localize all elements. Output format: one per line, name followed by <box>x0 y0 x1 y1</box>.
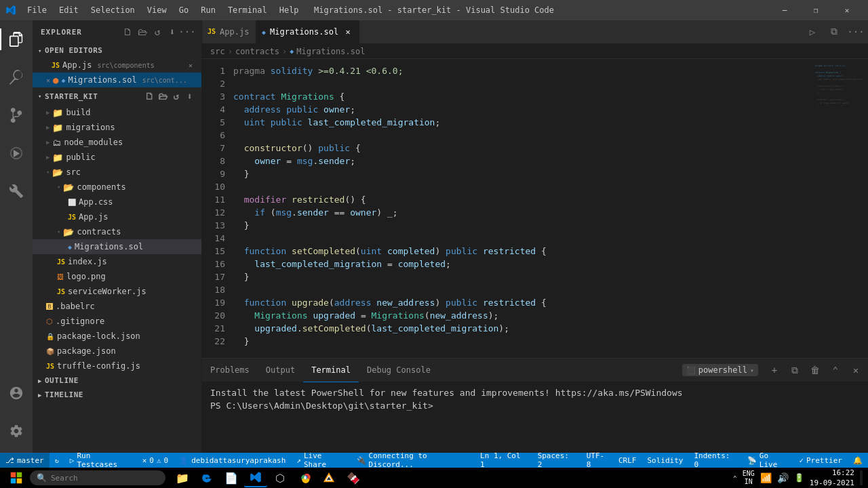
status-indents[interactable]: Indents: 0 <box>688 453 741 468</box>
new-folder-button[interactable]: 🗁 <box>136 26 149 38</box>
tree-contracts[interactable]: ▾ 📂 contracts <box>33 224 201 239</box>
breadcrumb-file[interactable]: Migrations.sol <box>296 47 365 56</box>
tree-src[interactable]: ▾ 📂 src <box>33 165 201 180</box>
activity-settings[interactable] <box>0 415 33 447</box>
menu-run[interactable]: Run <box>195 3 221 18</box>
tab-migrations[interactable]: ◆ Migrations.sol ✕ <box>256 20 359 43</box>
taskbar-git[interactable]: ⬡ <box>269 468 292 487</box>
close-panel-button[interactable]: ✕ <box>846 361 865 380</box>
status-language[interactable]: Solidity <box>642 453 688 468</box>
new-file-button[interactable]: 🗋 <box>121 26 134 38</box>
search-bar[interactable]: 🔍 Search <box>30 470 165 485</box>
split-editor-button[interactable]: ⧉ <box>825 22 844 41</box>
status-errors[interactable]: ✕ 0 ⚠ 0 <box>137 453 174 468</box>
taskbar-vscode[interactable] <box>244 468 267 487</box>
activity-search[interactable] <box>0 61 33 94</box>
code-editor[interactable]: 12345 678910 1112131415 1617181920 2122 … <box>202 59 868 358</box>
taskbar-files[interactable]: 📁 <box>171 468 194 487</box>
tree-migrations-sol[interactable]: ◆ Migrations.sol <box>33 239 201 254</box>
tree-package-lock[interactable]: 🔒 package-lock.json <box>33 329 201 344</box>
tree-logo-png[interactable]: 🖼 logo.png <box>33 269 201 284</box>
activity-explorer[interactable] <box>0 23 33 56</box>
taskbar-sys-tray[interactable]: ⌃ <box>733 474 737 482</box>
close-appjs-button[interactable]: ✕ <box>185 60 196 70</box>
timeline-header[interactable]: ▶ Timeline <box>33 388 201 402</box>
show-desktop-button[interactable] <box>860 470 863 485</box>
taskbar-datetime[interactable]: 16:22 19-09-2021 <box>810 468 854 488</box>
status-spaces[interactable]: Spaces: 2 <box>532 453 581 468</box>
tree-babelrc[interactable]: 🅱 .babelrc <box>33 299 201 314</box>
status-branch[interactable]: ⎇ master <box>0 453 50 468</box>
tab-debug-console[interactable]: Debug Console <box>359 359 439 382</box>
tree-build[interactable]: ▶ 📁 build <box>33 105 201 120</box>
maximize-panel-button[interactable]: ⌃ <box>826 361 845 380</box>
taskbar-vlc[interactable] <box>317 468 340 487</box>
tree-truffle-config[interactable]: JS truffle-config.js <box>33 359 201 373</box>
menu-terminal[interactable]: Terminal <box>222 3 273 18</box>
start-button[interactable] <box>5 470 27 485</box>
status-prettier[interactable]: ✓ Prettier <box>793 453 848 468</box>
tab-output[interactable]: Output <box>258 359 303 382</box>
open-editor-appjs[interactable]: JS App.js src\components ✕ <box>33 58 201 73</box>
close-migrations-icon[interactable]: ✕ <box>46 77 50 84</box>
terminal-dropdown-chevron[interactable]: ▾ <box>750 367 754 374</box>
menu-go[interactable]: Go <box>174 3 194 18</box>
maximize-button[interactable]: ❐ <box>800 0 831 20</box>
activity-source-control[interactable] <box>0 99 33 131</box>
taskbar-lang[interactable]: ENGIN <box>743 470 755 486</box>
taskbar-volume-icon[interactable]: 🔊 <box>777 472 789 483</box>
activity-account[interactable] <box>0 377 33 409</box>
taskbar-chrome[interactable] <box>293 468 316 487</box>
tab-terminal[interactable]: Terminal <box>303 359 359 382</box>
status-encoding[interactable]: UTF-8 <box>581 453 613 468</box>
taskbar-wifi-icon[interactable]: 📶 <box>760 472 772 483</box>
breadcrumb-src[interactable]: src <box>210 47 225 56</box>
tree-migrations[interactable]: ▶ 📁 migrations <box>33 120 201 135</box>
terminal-content[interactable]: Install the latest PowerShell for new fe… <box>202 382 868 453</box>
tree-gitignore[interactable]: ⬡ .gitignore <box>33 314 201 329</box>
tree-app-css[interactable]: ⬜ App.css <box>33 195 201 209</box>
menu-help[interactable]: Help <box>274 3 304 18</box>
tab-migrations-close[interactable]: ✕ <box>342 26 353 37</box>
status-live-share[interactable]: ↗ Live Share <box>291 453 351 468</box>
tree-public[interactable]: ▶ 📁 public <box>33 150 201 165</box>
tabs-more-actions[interactable]: ··· <box>846 22 865 41</box>
new-folder-btn2[interactable]: 🗁 <box>157 90 169 102</box>
status-sync[interactable]: ↻ <box>50 453 64 468</box>
taskbar-edge[interactable] <box>195 468 218 487</box>
tree-package-json[interactable]: 📦 package.json <box>33 344 201 359</box>
refresh-button[interactable]: ↺ <box>151 26 163 38</box>
status-ln-col[interactable]: Ln 1, Col 1 <box>475 453 532 468</box>
menu-edit[interactable]: Edit <box>54 3 84 18</box>
kill-terminal-button[interactable]: 🗑 <box>806 361 825 380</box>
open-editor-migrations[interactable]: ✕ ● ◆ Migrations.sol src\cont... <box>33 73 201 87</box>
sidebar-more-actions[interactable]: ··· <box>181 26 193 38</box>
status-discord[interactable]: 🔌 Connecting to Discord... <box>351 453 475 468</box>
tab-appjs[interactable]: JS App.js <box>202 20 256 43</box>
status-debidatta[interactable]: 👤 debidattasuryaprakash <box>174 453 291 468</box>
tree-index-js[interactable]: JS index.js <box>33 254 201 269</box>
taskbar-notepad[interactable]: 📄 <box>220 468 243 487</box>
close-button[interactable]: ✕ <box>831 0 863 20</box>
open-editors-header[interactable]: ▾ Open Editors <box>33 43 201 58</box>
activity-run[interactable] <box>0 137 33 169</box>
tree-components[interactable]: ▾ 📂 components <box>33 180 201 195</box>
status-line-ending[interactable]: CRLF <box>613 453 642 468</box>
new-terminal-button[interactable]: + <box>765 361 784 380</box>
status-run-testcases[interactable]: ▷ Run Testcases <box>64 453 137 468</box>
tree-node-modules[interactable]: ▶ 🗂 node_modules <box>33 135 201 150</box>
tree-serviceworker[interactable]: JS serviceWorker.js <box>33 284 201 299</box>
minimize-button[interactable]: ─ <box>769 0 800 20</box>
tab-problems[interactable]: Problems <box>202 359 258 382</box>
new-file-btn2[interactable]: 🗋 <box>143 90 155 102</box>
status-notifications[interactable]: 🔔 <box>848 453 868 468</box>
split-terminal-button[interactable]: ⧉ <box>785 361 804 380</box>
collapse-btn2[interactable]: ⬇ <box>184 90 196 102</box>
menu-file[interactable]: File <box>22 3 52 18</box>
breadcrumb-contracts[interactable]: contracts <box>235 47 279 56</box>
tree-app-js[interactable]: JS App.js <box>33 209 201 224</box>
run-button[interactable]: ▷ <box>803 22 822 41</box>
collapse-all-button[interactable]: ⬇ <box>166 26 178 38</box>
starter-kit-header[interactable]: ▾ Starter_Kit 🗋 🗁 ↺ ⬇ <box>33 87 201 105</box>
menu-view[interactable]: View <box>142 3 172 18</box>
